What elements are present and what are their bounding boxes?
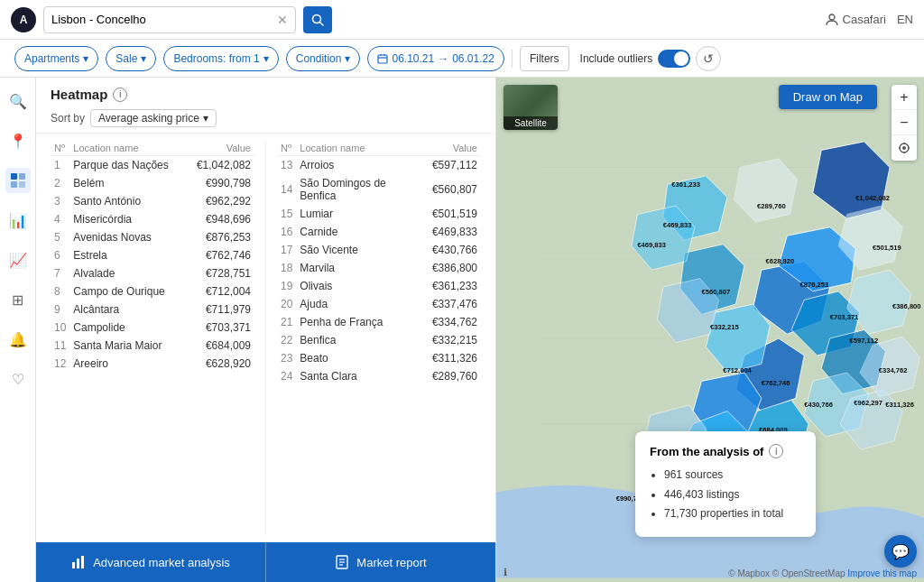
table-row: 11 Santa Maria Maior €684,009 xyxy=(51,337,254,355)
table-row: 8 Campo de Ourique €712,004 xyxy=(51,282,254,300)
refresh-button[interactable]: ↺ xyxy=(696,46,721,71)
svg-text:€361,233: €361,233 xyxy=(671,180,700,189)
svg-point-2 xyxy=(829,14,835,20)
table-row: 14 São Domingos de Benfica €560,807 xyxy=(277,174,481,205)
sidebar-item-heatmap[interactable] xyxy=(5,168,31,193)
report-icon xyxy=(335,555,349,569)
table-row: 1 Parque das Nações €1,042,082 xyxy=(51,156,254,175)
right-location-table: Nº Location name Value 13 Arroios €597,1… xyxy=(277,141,481,535)
sidebar-item-search[interactable]: 🔍 xyxy=(5,88,31,114)
search-button[interactable] xyxy=(303,6,332,33)
table-row: 17 São Vicente €430,766 xyxy=(277,241,481,259)
nav-right: Casafari EN xyxy=(825,13,913,27)
filters-button[interactable]: Filters xyxy=(520,46,569,71)
svg-text:€628,920: €628,920 xyxy=(766,257,795,265)
svg-rect-3 xyxy=(378,55,387,63)
locate-icon xyxy=(898,142,910,154)
left-location-table: Nº Location name Value 1 Parque das Naçõ… xyxy=(51,141,254,535)
chart-icon xyxy=(71,555,86,569)
bedrooms-filter[interactable]: Bedrooms: from 1 ▾ xyxy=(163,46,278,71)
svg-text:€469,833: €469,833 xyxy=(637,241,666,249)
outliers-toggle[interactable] xyxy=(658,50,690,68)
zoom-out-button[interactable]: − xyxy=(892,110,917,135)
svg-rect-8 xyxy=(19,173,25,180)
table-row: 5 Avenidas Novas €876,253 xyxy=(51,228,254,246)
market-report-button[interactable]: Market report xyxy=(266,542,495,582)
svg-text:€289,760: €289,760 xyxy=(757,202,786,210)
listings-stat: 446,403 listings xyxy=(664,485,801,505)
table-row: 19 Olivais €361,233 xyxy=(277,277,481,295)
table-row: 3 Santo António €962,292 xyxy=(51,192,254,210)
sidebar-item-notifications[interactable]: 🔔 xyxy=(5,327,31,352)
table-row: 9 Alcântara €711,979 xyxy=(51,300,254,319)
heatmap-icon xyxy=(10,172,26,189)
date-range-filter[interactable]: 06.10.21 → 06.01.22 xyxy=(367,46,504,71)
filter-bar: Apartments ▾ Sale ▾ Bedrooms: from 1 ▾ C… xyxy=(0,40,924,78)
popup-title: From the analysis of i xyxy=(650,444,801,458)
sidebar-item-chart[interactable]: 📊 xyxy=(5,208,31,233)
svg-rect-9 xyxy=(11,181,17,188)
svg-text:€386,800: €386,800 xyxy=(892,302,921,310)
svg-rect-13 xyxy=(81,556,84,568)
svg-rect-11 xyxy=(72,562,75,568)
table-row: 18 Marvila €386,800 xyxy=(277,259,481,277)
sidebar-item-table[interactable]: ⊞ xyxy=(5,287,31,312)
condition-filter[interactable]: Condition ▾ xyxy=(286,46,361,71)
svg-text:€469,833: €469,833 xyxy=(663,221,692,229)
sort-dropdown[interactable]: Average asking price ▾ xyxy=(90,109,217,127)
svg-text:€332,215: €332,215 xyxy=(710,324,739,332)
map-area: €289,760 €469,833 €560,807 €628,920 €876… xyxy=(496,78,924,582)
svg-text:€430,766: €430,766 xyxy=(804,401,833,409)
svg-text:€876,253: €876,253 xyxy=(800,281,829,289)
heatmap-title: Heatmap i xyxy=(51,87,481,102)
svg-text:€501,519: €501,519 xyxy=(873,244,901,252)
clear-search-button[interactable]: ✕ xyxy=(277,14,288,26)
lang-selector[interactable]: EN xyxy=(897,13,913,26)
sidebar-item-favorites[interactable]: ♡ xyxy=(5,366,31,392)
sidebar-item-trends[interactable]: 📈 xyxy=(5,247,31,273)
include-outliers-control: Include outliers ↺ xyxy=(580,46,722,71)
main-content: 🔍 📍 📊 📈 ⊞ 🔔 ♡ Heatmap i Sort by xyxy=(0,78,924,582)
separator xyxy=(512,50,513,68)
popup-info-icon[interactable]: i xyxy=(769,444,783,458)
sources-stat: 961 sources xyxy=(664,466,801,485)
search-input[interactable] xyxy=(51,13,272,26)
svg-text:€334,762: €334,762 xyxy=(879,366,908,374)
table-row: 21 Penha de França €334,762 xyxy=(277,313,481,331)
svg-text:€311,326: €311,326 xyxy=(885,401,914,409)
improve-map-link[interactable]: Improve this map xyxy=(847,568,917,578)
satellite-button[interactable]: Satellite xyxy=(504,85,558,130)
map-zoom-controls: + − xyxy=(892,85,917,161)
sale-filter[interactable]: Sale ▾ xyxy=(106,46,156,71)
panel-header: Heatmap i Sort by Average asking price ▾ xyxy=(36,78,495,134)
svg-text:€597,112: €597,112 xyxy=(850,337,879,345)
apartments-filter[interactable]: Apartments ▾ xyxy=(14,46,98,71)
table-row: 23 Beato €311,326 xyxy=(277,349,481,367)
info-button[interactable]: ℹ xyxy=(496,563,514,582)
svg-text:€560,807: €560,807 xyxy=(702,288,731,296)
zoom-in-button[interactable]: + xyxy=(892,85,917,110)
table-row: 4 Misericórdia €948,696 xyxy=(51,210,254,228)
svg-point-65 xyxy=(902,146,906,150)
analysis-info-popup: From the analysis of i 961 sources 446,4… xyxy=(635,431,816,537)
map-attribution: © Mapbox © OpenStreetMap Improve this ma… xyxy=(728,568,917,578)
satellite-preview: Satellite xyxy=(504,85,558,130)
chat-button[interactable]: 💬 xyxy=(884,535,917,568)
advanced-market-analysis-button[interactable]: Advanced market analysis xyxy=(36,542,266,582)
bottom-bar: Advanced market analysis Market report xyxy=(36,542,495,582)
search-icon xyxy=(311,14,324,26)
table-divider xyxy=(265,141,266,535)
data-panel: Heatmap i Sort by Average asking price ▾… xyxy=(36,78,496,582)
table-row: 12 Areeiro €628,920 xyxy=(51,355,254,373)
locate-button[interactable] xyxy=(892,135,917,161)
draw-on-map-button[interactable]: Draw on Map xyxy=(779,85,877,109)
svg-text:€962,297: €962,297 xyxy=(854,399,882,407)
table-row: 16 Carnide €469,833 xyxy=(277,223,481,241)
svg-text:€712,004: €712,004 xyxy=(723,366,752,374)
table-row: 22 Benfica €332,215 xyxy=(277,331,481,349)
svg-text:€703,371: €703,371 xyxy=(830,313,859,321)
sidebar-item-location[interactable]: 📍 xyxy=(5,128,31,153)
sort-bar: Sort by Average asking price ▾ xyxy=(51,109,481,127)
heatmap-info-icon[interactable]: i xyxy=(113,88,127,102)
user-account[interactable]: Casafari xyxy=(825,13,886,27)
